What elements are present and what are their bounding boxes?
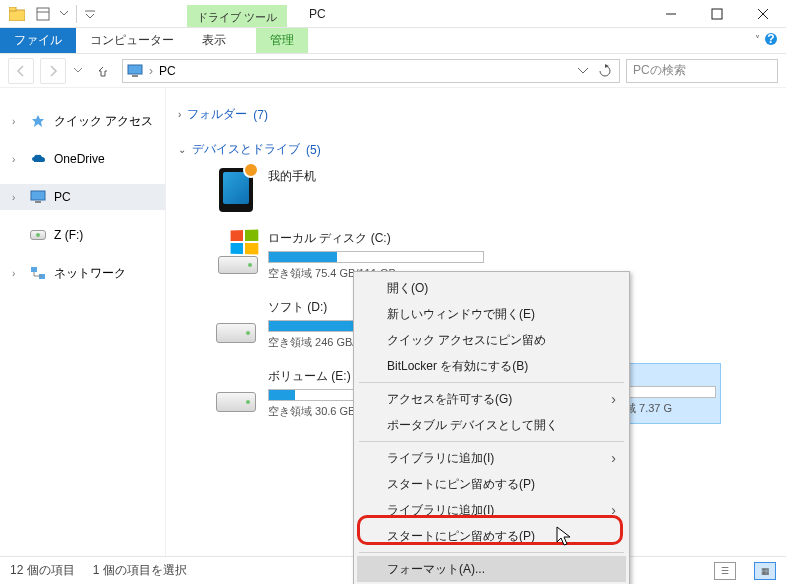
nav-back-button[interactable] [8, 58, 34, 84]
quick-access-icon [30, 113, 46, 129]
onedrive-icon [30, 151, 46, 167]
menu-separator [359, 382, 624, 383]
menu-format[interactable]: フォーマット(A)... [357, 556, 626, 582]
sidebar-label: Z (F:) [54, 228, 83, 242]
status-selected-count: 1 個の項目を選択 [93, 562, 187, 579]
menu-pin-start[interactable]: スタートにピン留めする(P) [357, 471, 626, 497]
group-label: デバイスとドライブ [192, 141, 300, 158]
svg-rect-15 [35, 201, 41, 203]
tab-computer[interactable]: コンピューター [76, 28, 188, 53]
menu-open-new-window[interactable]: 新しいウィンドウで開く(E) [357, 301, 626, 327]
view-details-button[interactable]: ☰ [714, 562, 736, 580]
nav-up-button[interactable] [90, 58, 116, 84]
minimize-button[interactable] [648, 0, 694, 28]
svg-rect-6 [712, 9, 722, 19]
tab-manage[interactable]: 管理 [256, 28, 308, 53]
search-placeholder: PCの検索 [633, 62, 686, 79]
device-phone[interactable]: 我的手机 [214, 168, 484, 212]
chevron-right-icon[interactable]: › [12, 268, 22, 279]
menu-open[interactable]: 開く(O) [357, 275, 626, 301]
ribbon-collapse-icon[interactable]: ˅ [755, 34, 760, 45]
sidebar-item-pc[interactable]: › PC [0, 184, 165, 210]
group-count: (7) [253, 108, 268, 122]
svg-rect-16 [31, 267, 37, 272]
context-menu: 開く(O) 新しいウィンドウで開く(E) クイック アクセスにピン留め BitL… [353, 271, 630, 584]
nav-history-dropdown[interactable] [72, 68, 84, 74]
address-separator-icon[interactable]: › [149, 64, 153, 78]
sidebar-label: PC [54, 190, 71, 204]
drive-name: ローカル ディスク (C:) [268, 230, 484, 247]
status-item-count: 12 個の項目 [10, 562, 75, 579]
capacity-bar [268, 251, 484, 263]
menu-add-library-2[interactable]: ライブラリに追加(I) [357, 497, 626, 523]
pc-icon [127, 64, 143, 78]
chevron-right-icon[interactable]: › [12, 192, 22, 203]
sidebar-item-z-drive[interactable]: › Z (F:) [0, 222, 165, 248]
sidebar-item-onedrive[interactable]: › OneDrive [0, 146, 165, 172]
group-count: (5) [306, 143, 321, 157]
sidebar-label: クイック アクセス [54, 113, 153, 130]
nav-forward-button[interactable] [40, 58, 66, 84]
close-button[interactable] [740, 0, 786, 28]
address-location: PC [159, 64, 176, 78]
window-title: PC [309, 7, 326, 21]
explorer-icon [6, 3, 28, 25]
menu-separator [359, 552, 624, 553]
qat-properties[interactable] [32, 3, 54, 25]
hdd-icon [216, 323, 256, 343]
svg-rect-14 [31, 191, 45, 200]
svg-rect-2 [37, 8, 49, 20]
network-icon [30, 265, 46, 281]
help-icon[interactable]: ? [764, 32, 778, 46]
svg-rect-1 [9, 7, 16, 11]
menu-separator [359, 441, 624, 442]
menu-grant-access[interactable]: アクセスを許可する(G) [357, 386, 626, 412]
group-header-devices[interactable]: ⌄ デバイスとドライブ (5) [178, 141, 774, 158]
menu-pin-start-2[interactable]: スタートにピン留めする(P) [357, 523, 626, 549]
phone-icon [219, 168, 253, 212]
maximize-button[interactable] [694, 0, 740, 28]
chevron-down-icon: ⌄ [178, 144, 186, 155]
hdd-icon [216, 392, 256, 412]
navigation-pane: › クイック アクセス › OneDrive › PC › Z (F:) › ネ… [0, 88, 166, 556]
svg-text:?: ? [767, 32, 774, 46]
tab-file[interactable]: ファイル [0, 28, 76, 53]
address-bar[interactable]: › PC [122, 59, 620, 83]
menu-bitlocker[interactable]: BitLocker を有効にする(B) [357, 353, 626, 379]
drive-icon [30, 227, 46, 243]
sidebar-label: ネットワーク [54, 265, 126, 282]
menu-add-library[interactable]: ライブラリに追加(I) [357, 445, 626, 471]
menu-pin-quick-access[interactable]: クイック アクセスにピン留め [357, 327, 626, 353]
svg-rect-0 [9, 10, 25, 21]
qat-customize[interactable] [83, 3, 97, 25]
windows-logo-icon [231, 230, 259, 255]
chevron-right-icon: › [178, 109, 181, 120]
qat-dropdown[interactable] [58, 3, 70, 25]
svg-marker-13 [32, 115, 44, 127]
chevron-right-icon[interactable]: › [12, 154, 22, 165]
svg-rect-12 [132, 75, 138, 77]
group-header-folders[interactable]: › フォルダー (7) [178, 106, 774, 123]
refresh-button[interactable] [595, 61, 615, 81]
sidebar-label: OneDrive [54, 152, 105, 166]
sidebar-item-quick-access[interactable]: › クイック アクセス [0, 108, 165, 134]
menu-portable-device[interactable]: ポータブル デバイスとして開く [357, 412, 626, 438]
address-dropdown-icon[interactable] [573, 61, 593, 81]
view-tiles-button[interactable]: ▦ [754, 562, 776, 580]
tab-view[interactable]: 表示 [188, 28, 240, 53]
hdd-icon [218, 256, 258, 274]
group-label: フォルダー [187, 106, 247, 123]
sidebar-item-network[interactable]: › ネットワーク [0, 260, 165, 286]
svg-rect-11 [128, 65, 142, 74]
pc-icon [30, 189, 46, 205]
chevron-right-icon[interactable]: › [12, 116, 22, 127]
contextual-tab-label: ドライブ ツール [187, 5, 287, 27]
device-name: 我的手机 [268, 168, 484, 185]
search-input[interactable]: PCの検索 [626, 59, 778, 83]
